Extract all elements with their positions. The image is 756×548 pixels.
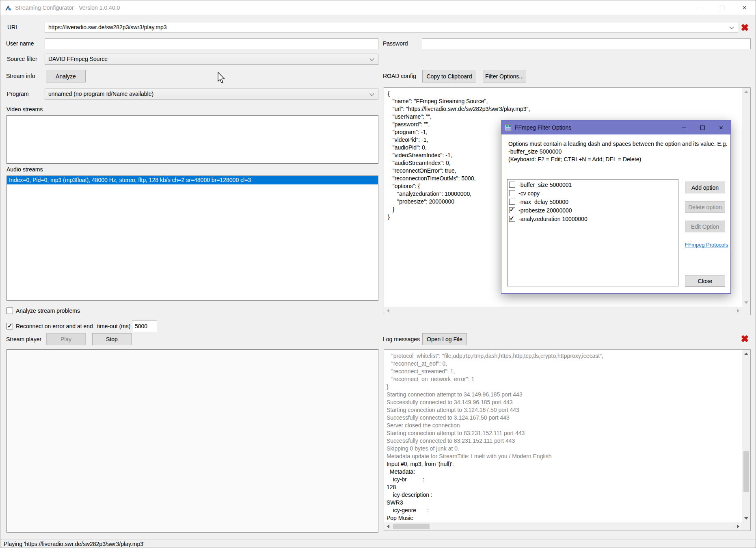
scroll-left-arrow-icon[interactable] (387, 309, 389, 313)
dialog-maximize-button[interactable] (693, 121, 712, 134)
log-vertical-scrollbar[interactable] (742, 350, 750, 522)
status-bar: Playing 'https://liveradio.swr.de/sw282p… (0, 539, 756, 548)
program-dropdown[interactable]: unnamed (no program Id/Name available) (45, 89, 378, 100)
option-checkbox[interactable] (509, 199, 515, 205)
dialog-instructions-line3: (Keyboard: F2 = Edit; CTRL+N = Add; DEL … (508, 156, 641, 163)
source-filter-dropdown[interactable]: DAVID FFmpeg Source (45, 54, 378, 65)
option-label: -cv copy (518, 190, 540, 197)
horizontal-scroll-thumb[interactable] (393, 524, 430, 529)
log-line-text: icy-br : (387, 476, 424, 483)
log-line: Successfully connected to 34.149.96.185 … (387, 399, 742, 406)
chevron-down-icon[interactable] (729, 24, 734, 29)
filter-option-row[interactable]: -buffer_size 5000001 (508, 180, 678, 189)
password-label: Password (383, 38, 408, 49)
log-line: "reconnect_at_eof": 0, (387, 360, 742, 368)
window-titlebar: Streaming Configurator - Version 1.0.40.… (0, 0, 756, 15)
log-line-text: Starting connection attempt to 34.149.96… (387, 391, 523, 398)
log-textarea[interactable]: "protocol_whitelist": "file,udp,rtp,rtmp… (384, 349, 751, 531)
filter-option-row[interactable]: -analyzeduration 10000000 (508, 214, 678, 223)
log-line-text: Input #0, mp3, from '(null)': (387, 461, 454, 467)
add-option-button[interactable]: Add option (685, 182, 725, 193)
log-line-text: "reconnect_streamed": 1, (387, 368, 455, 375)
audio-streams-label: Audio streams (6, 166, 43, 173)
filter-option-row[interactable]: -cv copy (508, 189, 678, 197)
scroll-down-arrow-icon[interactable] (744, 517, 748, 520)
option-label: -analyzeduration 10000000 (518, 216, 588, 222)
filter-option-row[interactable]: -probesize 20000000 (508, 206, 678, 214)
scrollbar-corner (742, 307, 750, 315)
filter-options-listbox[interactable]: -buffer_size 5000001 -cv copy -max_delay… (507, 179, 678, 286)
road-config-vertical-scrollbar[interactable] (742, 88, 750, 307)
video-streams-listbox[interactable] (6, 115, 378, 164)
log-line-text: icy-description : (387, 492, 432, 498)
open-log-file-button[interactable]: Open Log File (422, 333, 467, 345)
red-x-icon: ✖ (741, 22, 749, 33)
log-line-text: Successfully connected to 34.149.96.185 … (387, 399, 513, 405)
delete-option-button[interactable]: Delete option (685, 201, 725, 213)
filter-options-button[interactable]: Filter Options... (483, 70, 526, 82)
scrollbar-corner (742, 522, 750, 531)
close-button[interactable]: ✕ (733, 0, 756, 15)
log-line: Server closed the connection (387, 422, 742, 429)
option-checkbox[interactable] (509, 190, 515, 196)
maximize-button[interactable] (711, 0, 733, 15)
source-filter-label: Source filter (7, 54, 37, 65)
chevron-down-icon[interactable] (369, 56, 374, 61)
url-combobox[interactable]: https://liveradio.swr.de/sw282p3/swr3/pl… (45, 22, 738, 33)
analyze-problems-checkbox[interactable] (6, 308, 13, 314)
scroll-right-arrow-icon[interactable] (737, 309, 739, 313)
password-field[interactable] (422, 38, 751, 49)
analyze-button[interactable]: Analyze (46, 70, 86, 82)
option-checkbox[interactable] (509, 216, 515, 222)
dialog-minimize-button[interactable] (674, 121, 693, 134)
log-line: 128 (387, 483, 742, 491)
dialog-close-button[interactable]: ✕ (712, 121, 730, 134)
stream-player-panel (6, 349, 378, 533)
scroll-up-arrow-icon[interactable] (744, 91, 748, 93)
option-checkbox[interactable] (509, 207, 515, 213)
close-dialog-button[interactable]: Close (685, 275, 725, 287)
minimize-button[interactable] (689, 0, 711, 15)
log-line-text: Successfully connected to 83.231.152.111… (387, 438, 515, 444)
copy-to-clipboard-button[interactable]: Copy to Clipboard (422, 70, 476, 82)
clear-url-button[interactable]: ✖ (740, 23, 750, 33)
vertical-scroll-thumb[interactable] (743, 451, 749, 492)
option-checkbox[interactable] (509, 182, 515, 188)
log-line: Successfully connected to 83.231.152.111… (387, 437, 742, 445)
log-line: Metadata: (387, 468, 742, 476)
dialog-titlebar[interactable]: FFmpeg Filter Options ✕ (501, 121, 730, 134)
scroll-left-arrow-icon[interactable] (387, 524, 389, 529)
reconnect-checkbox[interactable] (6, 323, 13, 329)
log-line-text: Metadata update for StreamTitle: I melt … (387, 453, 551, 459)
option-label: -probesize 20000000 (518, 207, 572, 214)
timeout-label: time-out (ms) (97, 323, 130, 330)
scroll-right-arrow-icon[interactable] (737, 524, 739, 529)
app-icon (4, 4, 12, 11)
source-filter-value: DAVID FFmpeg Source (48, 54, 108, 64)
minimize-icon (698, 8, 702, 8)
analyze-problems-label: Analyze stream problems (16, 308, 80, 314)
filter-option-row[interactable]: -max_delay 500000 (508, 197, 678, 206)
timeout-field[interactable] (132, 320, 157, 332)
log-line: icy-br : (387, 476, 742, 483)
road-config-horizontal-scrollbar[interactable] (384, 307, 742, 315)
clear-log-button[interactable]: ✖ (740, 334, 750, 344)
ffmpeg-protocols-link[interactable]: FFmpeg Protocols (685, 242, 725, 248)
chevron-down-icon[interactable] (369, 91, 374, 95)
play-button[interactable]: Play (46, 333, 86, 345)
audio-stream-text: Index=0, Pid=0, mp3 (mp3float), 48000 Hz… (9, 177, 251, 183)
stop-button[interactable]: Stop (92, 333, 132, 345)
dialog-title: FFmpeg Filter Options (515, 124, 571, 131)
program-value: unnamed (no program Id/Name available) (48, 89, 153, 99)
audio-streams-listbox[interactable]: Index=0, Pid=0, mp3 (mp3float), 48000 Hz… (6, 175, 378, 301)
username-field[interactable] (45, 38, 378, 49)
audio-stream-row[interactable]: Index=0, Pid=0, mp3 (mp3float), 48000 Hz… (7, 176, 378, 184)
log-line: Starting connection attempt to 3.124.167… (387, 406, 742, 414)
edit-option-button[interactable]: Edit Option (685, 221, 725, 232)
scroll-down-arrow-icon[interactable] (744, 301, 748, 304)
log-horizontal-scrollbar[interactable] (384, 522, 742, 531)
option-label: -buffer_size 5000001 (518, 182, 572, 188)
log-line-text: "reconnect_on_network_error": 1 (387, 376, 474, 382)
scroll-up-arrow-icon[interactable] (744, 353, 748, 355)
mouse-cursor (217, 72, 226, 84)
